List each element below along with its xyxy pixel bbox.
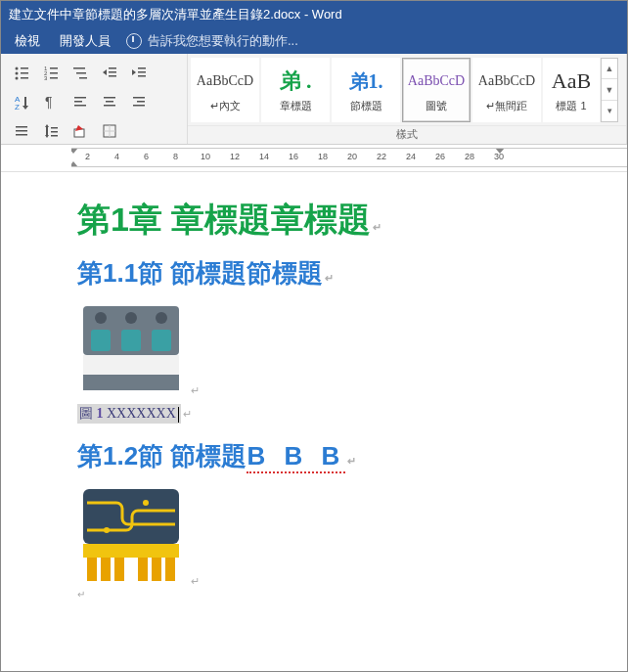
svg-rect-58 [83,375,179,390]
svg-rect-22 [138,75,146,77]
svg-rect-29 [74,105,86,107]
style-chapter-heading[interactable]: 弟 . 章標題 [261,58,330,122]
style-label: ↵無間距 [486,99,527,113]
ruler-tick: 28 [465,152,474,161]
svg-rect-34 [137,101,145,103]
svg-point-4 [16,77,19,80]
svg-rect-9 [50,72,58,74]
align-right-button[interactable] [126,89,152,114]
svg-rect-17 [109,71,116,73]
style-preview: 弟 . [280,66,312,97]
paragraph-mark-icon: ↵ [191,575,200,587]
svg-rect-43 [51,131,58,133]
svg-rect-18 [109,75,116,77]
svg-rect-31 [106,101,113,103]
multilevel-list-button[interactable] [67,60,93,85]
svg-rect-27 [74,97,86,99]
shading-button[interactable] [67,118,93,144]
svg-rect-28 [74,101,82,103]
style-body-text[interactable]: AaBbCcD ↵內文 [191,58,259,122]
svg-rect-30 [104,97,115,99]
ruler-tick: 2 [85,152,90,161]
svg-marker-19 [132,69,136,75]
align-justify-button[interactable] [9,118,34,144]
styles-gallery-scroll: ▲ ▼ ▾ [601,58,618,122]
ruler-tick: 16 [289,152,298,161]
svg-marker-41 [45,135,49,138]
inserted-image-1[interactable] [77,300,185,394]
svg-rect-33 [133,97,145,99]
ruler-tick: 24 [406,152,416,161]
document-canvas[interactable]: 第1章 章標題章標題↵ 第1.1節 節標題節標題↵ ↵ 圖 1 XXXXXXX [1,172,627,672]
increase-indent-button[interactable] [126,60,152,85]
svg-point-61 [104,527,110,533]
tab-developer[interactable]: 開發人員 [50,28,120,54]
svg-rect-3 [21,72,28,74]
text-cursor [178,407,179,423]
tab-view[interactable]: 檢視 [5,28,50,54]
paragraph-mark-icon: ↵ [183,408,192,420]
spellcheck-underline: B B B [247,441,345,473]
svg-rect-1 [21,67,28,69]
bullet-list-button[interactable] [9,60,34,85]
svg-rect-32 [104,105,115,107]
style-preview: 弟1. [349,66,383,97]
style-no-spacing[interactable]: AaBbCcD ↵無間距 [472,58,541,122]
ribbon-tab-strip: 檢視 開發人員 告訴我您想要執行的動作... [1,28,627,54]
style-preview: AaBbCcD [197,66,253,97]
svg-rect-38 [16,134,27,136]
caption-number: 1 [97,406,104,421]
svg-text:¶: ¶ [45,94,53,110]
svg-rect-54 [91,330,111,351]
tell-me-box[interactable]: 告訴我您想要執行的動作... [120,32,298,50]
page: 第1章 章標題章標題↵ 第1.1節 節標題節標題↵ ↵ 圖 1 XXXXXXX [77,198,586,600]
inserted-image-2[interactable] [77,483,185,585]
style-preview: AaBbCcD [478,66,535,97]
ruler-tick: 4 [114,152,119,161]
svg-rect-16 [109,67,116,69]
chapter-heading[interactable]: 第1章 章標題章標題↵ [77,198,586,243]
figure-caption[interactable]: 圖 1 XXXXXXX ↵ [77,398,586,433]
style-section-heading[interactable]: 弟1. 節標題 [332,58,400,122]
styles-gallery: AaBbCcD ↵內文 弟 . 章標題 弟1. 節標題 AaBbCcD 圖號 [190,56,618,123]
svg-point-52 [125,312,137,324]
sort-button[interactable]: AZ [9,89,34,114]
window-title: 建立文件中章節標題的多層次清單並產生目錄2.docx - Word [9,7,342,22]
gallery-down-button[interactable]: ▼ [602,79,617,101]
svg-rect-5 [21,77,28,79]
decrease-indent-button[interactable] [97,60,122,85]
ribbon: 123 AZ ¶ [1,54,627,145]
section-heading-1[interactable]: 第1.1節 節標題節標題↵ [77,256,586,291]
ruler-tick: 26 [435,152,445,161]
ruler-tick: 10 [201,152,210,161]
gallery-more-button[interactable]: ▾ [602,101,617,121]
show-marks-button[interactable]: ¶ [38,89,64,114]
style-heading-1[interactable]: AaB 標題 1 [543,58,600,122]
gallery-up-button[interactable]: ▲ [602,59,617,80]
style-figure-number[interactable]: AaBbCcD 圖號 [402,58,471,122]
group-styles: AaBbCcD ↵內文 弟 . 章標題 弟1. 節標題 AaBbCcD 圖號 [188,54,627,144]
svg-rect-62 [83,544,179,558]
group-paragraph: 123 AZ ¶ [1,54,188,144]
svg-rect-13 [76,72,86,74]
numbered-list-button[interactable]: 123 [38,60,64,85]
style-label: 章標題 [280,99,312,113]
svg-rect-36 [16,126,27,128]
line-spacing-button[interactable] [38,118,64,144]
ruler-tick: 20 [347,152,357,161]
svg-rect-44 [51,135,58,137]
ruler-tick: 8 [173,152,178,161]
first-line-indent-marker[interactable] [71,148,78,154]
section-heading-2[interactable]: 第1.2節 節標題B B B↵ [77,439,586,473]
borders-button[interactable] [97,118,122,144]
style-label: 標題 1 [556,99,586,113]
paragraph-mark-icon: ↵ [77,589,586,600]
ruler-tick: 22 [377,152,386,161]
lightbulb-icon [126,33,142,49]
align-left-button[interactable] [67,89,93,114]
ruler-tick: 14 [259,152,269,161]
horizontal-ruler[interactable]: 2 4 6 8 10 12 14 16 18 20 22 24 26 28 30 [1,148,627,172]
hanging-indent-marker[interactable] [71,161,78,167]
svg-rect-35 [133,105,145,107]
align-center-button[interactable] [97,89,122,114]
